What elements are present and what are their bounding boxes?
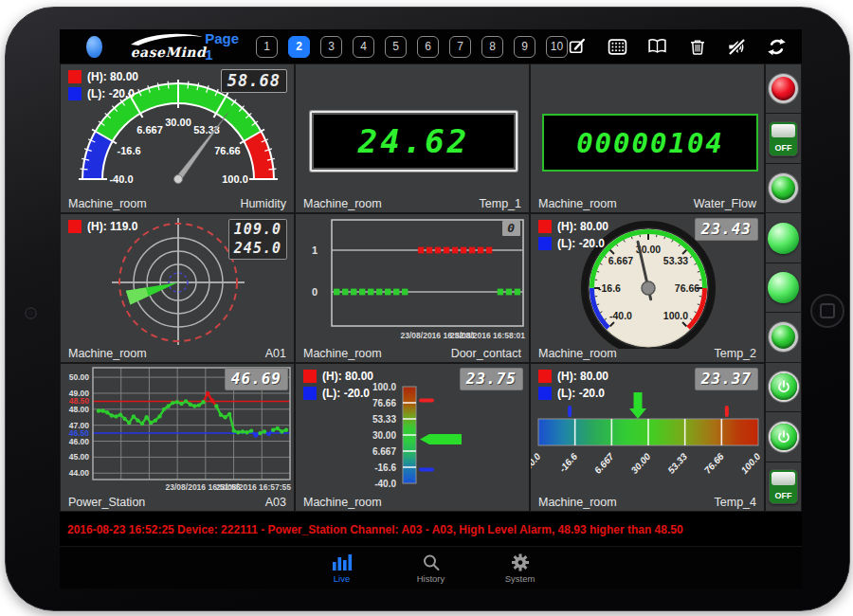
svg-text:53.33: 53.33 [372,414,396,425]
panel-temp4-hbar[interactable]: -40.0-16.66.66730.0053.3376.66100.0 (H):… [530,363,765,512]
nav-label: System [505,573,535,584]
off-switch-1[interactable]: OFF [769,121,798,156]
green-light-rimmed-2[interactable] [769,173,798,203]
svg-text:-40.0: -40.0 [374,479,396,489]
switch-cap [771,472,795,485]
nav-item-history[interactable]: History [407,553,456,584]
keypad-icon[interactable] [608,37,627,57]
limits-legend: (H): 80.00 (L): -20.0 [303,370,373,404]
svg-text:48.00: 48.00 [69,405,90,414]
side-cell-0 [766,64,801,114]
svg-text:6.667: 6.667 [136,124,163,136]
value-display: 00000104 [576,127,724,159]
value-display: 23.37 [695,368,758,390]
page-button-7[interactable]: 7 [449,36,471,58]
svg-text:-40.0: -40.0 [531,451,543,475]
svg-text:6.667: 6.667 [372,446,396,457]
nav-item-live[interactable]: Live [318,553,367,584]
low-limit-swatch [303,387,317,400]
side-cell-7 [766,412,801,462]
svg-text:100.0: 100.0 [663,310,688,321]
side-cell-6 [766,363,801,412]
high-limit-swatch [538,220,552,233]
page-button-2[interactable]: 2 [288,36,310,58]
page-button-6[interactable]: 6 [417,36,439,58]
app-logo: easeMind [127,32,186,61]
home-button[interactable] [810,294,844,328]
page-button-5[interactable]: 5 [385,36,407,58]
panel-temp1-display[interactable]: 24.62 Machine_room Temp_1 [295,63,530,213]
svg-text:23/08/2016 16:58:01: 23/08/2016 16:58:01 [450,331,525,340]
nav-label: Live [334,573,350,584]
page-button-10[interactable]: 10 [546,36,568,58]
panel-temp2-gauge[interactable]: -40.0-16.66.66730.0053.3376.66100.0 (H):… [530,213,765,363]
page-button-8[interactable]: 8 [481,36,503,58]
red-light-0[interactable] [769,74,798,103]
limits-legend: (H): 119.0 [68,220,137,237]
svg-text:45.00: 45.00 [69,452,90,462]
panel-door-step-chart[interactable]: 1023/08/2016 16:52:3123/08/2016 16:58:01… [295,213,530,363]
power-button-7[interactable] [771,424,797,450]
panel-humidity-gauge[interactable]: -40.0-16.66.66730.0053.3376.66100.0 (H):… [60,63,295,213]
refresh-icon[interactable] [767,37,787,57]
side-cell-1: OFF [766,114,801,163]
panel-waterflow-counter[interactable]: 00000104 Machine_room Water_Flow [530,63,765,213]
value-display: 46.69 [225,368,288,390]
alarm-message: 2016-08-23 16:52:25 Device: 222111 - Pow… [67,523,683,536]
side-cell-3 [766,213,801,263]
limits-legend: (H): 80.00 (L): -20.0 [68,70,138,104]
step-chart: 1023/08/2016 16:52:3123/08/2016 16:58:01 [296,214,530,345]
side-cell-5 [766,313,801,362]
value-display: 0 [502,221,520,236]
page-button-1[interactable]: 1 [256,36,278,58]
off-switch-8[interactable]: OFF [769,469,798,504]
switch-cap [771,124,795,137]
search-icon [422,553,441,571]
channel-label: A01 [265,347,286,360]
channel-label: Water_Flow [694,197,756,210]
svg-text:-16.6: -16.6 [117,145,140,156]
green-light-rimmed-5[interactable] [769,322,798,352]
nav-item-system[interactable]: System [496,553,545,584]
value-display: 23.43 [695,218,758,241]
tablet-frame: easeMind Page 1 12345678910 -40.0-16.66.… [5,7,850,611]
channel-label: Temp_4 [715,496,756,509]
green-light-4[interactable] [768,272,799,303]
switch-label: OFF [770,143,797,153]
limits-legend: (H): 80.00 (L): -20.0 [538,370,608,404]
page-button-3[interactable]: 3 [320,36,342,58]
device-label: Machine_room [538,496,617,509]
high-limit-swatch [303,370,317,383]
page-button-4[interactable]: 4 [353,36,374,58]
book-icon[interactable] [647,37,667,57]
status-dot[interactable] [86,36,102,58]
side-button-column: OFFOFF [765,63,802,512]
lcd-display: 24.62 [310,111,517,172]
page-button-9[interactable]: 9 [514,36,535,58]
svg-text:76.66: 76.66 [372,398,396,408]
power-button-6[interactable] [771,373,797,400]
trash-icon[interactable] [687,37,707,57]
counter-display: 00000104 [542,114,758,172]
device-label: Machine_room [538,347,617,360]
page-buttons: 12345678910 [256,36,568,58]
edit-icon[interactable] [568,37,588,57]
panel-a01-radar[interactable]: (H): 119.0 109.0 245.0 Machine_room A01 [60,213,295,363]
panel-temp3-vbar[interactable]: 100.076.6653.3330.006.667-16.6-40.0 (H):… [295,363,530,512]
page-label: Page 1 [205,30,239,63]
bottom-nav: LiveHistorySystem [60,546,802,589]
device-label: Machine_room [303,197,382,210]
nav-label: History [417,573,445,584]
mute-icon[interactable] [727,37,747,57]
svg-text:53.33: 53.33 [663,255,688,266]
green-light-3[interactable] [768,223,799,254]
home-button-glyph [820,303,835,318]
channel-label: Door_contact [451,347,521,360]
panel-a03-trend-chart[interactable]: 50.0049.0048.5048.0047.0046.5046.0045.00… [60,363,295,512]
switch-label: OFF [770,491,797,500]
channel-label: Temp_2 [715,347,756,360]
svg-text:100.0: 100.0 [372,382,396,392]
svg-text:-16.6: -16.6 [374,462,396,473]
device-label: Power_Station [68,496,145,509]
svg-text:6.667: 6.667 [592,451,616,476]
